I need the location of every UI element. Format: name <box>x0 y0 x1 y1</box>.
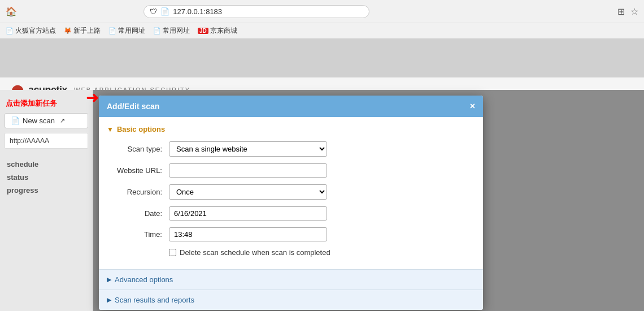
sidebar-status: status <box>7 171 86 184</box>
bookmark-common2[interactable]: 📄 常用网址 <box>153 26 190 36</box>
scan-type-label: Scan type: <box>107 145 169 153</box>
export-icon: ↗ <box>60 117 65 124</box>
bookmark-icon-2: 🦊 <box>64 27 72 34</box>
shield-icon: 🛡 <box>150 7 157 16</box>
time-row: Time: <box>107 227 475 241</box>
basic-options-header[interactable]: ▼ Basic options <box>107 125 475 133</box>
new-scan-icon: 📄 <box>11 116 20 125</box>
website-url-input[interactable] <box>169 163 327 178</box>
delete-schedule-label: Delete scan schedule when scan is comple… <box>180 248 330 257</box>
bookmark-icon-3: 📄 <box>108 27 116 34</box>
address-bar[interactable]: 🛡 📄 127.0.0.1:8183 <box>143 5 369 18</box>
bookmark-icon[interactable]: ☆ <box>630 6 638 17</box>
page-icon: 📄 <box>160 7 169 16</box>
bookmark-label-4: 常用网址 <box>163 26 190 36</box>
bookmark-label-5: 京东商城 <box>210 26 237 36</box>
modal-overlay: Add/Edit scan × ▼ Basic options <box>93 90 644 311</box>
sidebar-progress: progress <box>7 184 86 197</box>
new-scan-button[interactable]: 📄 New scan ↗ <box>5 113 88 128</box>
date-control <box>169 206 475 221</box>
annotation-text: 点击添加新任务 <box>0 96 93 113</box>
bookmark-jd[interactable]: JD 京东商城 <box>198 26 237 36</box>
bookmark-icon-5: JD <box>198 28 208 34</box>
sidebar: 点击添加新任务 📄 New scan ↗ http://AAAAA schedu… <box>0 90 93 311</box>
date-label: Date: <box>107 209 169 218</box>
modal-body: ▼ Basic options Scan type: Scan a single… <box>99 117 483 269</box>
advanced-options-label: Advanced options <box>115 275 173 284</box>
date-row: Date: <box>107 206 475 221</box>
time-input[interactable] <box>169 227 327 241</box>
modal-title: Add/Edit scan <box>107 102 159 111</box>
modal-close-button[interactable]: × <box>470 101 475 111</box>
scan-type-select[interactable]: Scan a single website Scan a network Web… <box>169 141 327 157</box>
date-input[interactable] <box>169 206 327 221</box>
time-control <box>169 227 475 241</box>
bookmark-firefox[interactable]: 📄 火狐官方站点 <box>6 26 56 36</box>
bookmark-label-2: 新手上路 <box>73 26 101 36</box>
home-icon[interactable]: 🏠 <box>6 6 17 17</box>
bookmark-common1[interactable]: 📄 常用网址 <box>108 26 145 36</box>
scan-type-control: Scan a single website Scan a network Web… <box>169 141 475 157</box>
website-url-control <box>169 163 475 178</box>
scan-results-section[interactable]: ▶ Scan results and reports <box>99 290 483 310</box>
recursion-row: Recursion: Once Directory only Subdirect… <box>107 184 475 200</box>
bookmark-icon-1: 📄 <box>6 27 14 34</box>
website-url-row: Website URL: <box>107 163 475 178</box>
address-text: 127.0.0.1:8183 <box>173 7 222 16</box>
basic-options-label: Basic options <box>117 125 165 133</box>
bookmark-icon-4: 📄 <box>153 27 161 34</box>
bookmark-newuser[interactable]: 🦊 新手上路 <box>64 26 101 36</box>
arrow-indicator: ➜ <box>86 88 99 107</box>
recursion-control: Once Directory only Subdirectory and Dir… <box>169 184 475 200</box>
extensions-icon[interactable]: ⊞ <box>617 6 625 17</box>
delete-schedule-checkbox[interactable] <box>169 249 176 256</box>
browser-topbar: 🏠 🛡 📄 127.0.0.1:8183 ⊞ ☆ <box>0 0 644 23</box>
scan-results-label: Scan results and reports <box>115 296 194 304</box>
new-scan-label: New scan <box>23 116 55 125</box>
bookmark-label-1: 火狐官方站点 <box>15 26 56 36</box>
main-content: Add/Edit scan × ▼ Basic options <box>93 90 644 311</box>
recursion-label: Recursion: <box>107 188 169 196</box>
recursion-select[interactable]: Once Directory only Subdirectory and Dir… <box>169 184 327 200</box>
bookmarks-bar: 📄 火狐官方站点 🦊 新手上路 📄 常用网址 📄 常用网址 JD 京东商城 <box>0 23 644 38</box>
scan-list-item[interactable]: http://AAAAA <box>5 133 88 149</box>
delete-schedule-row: Delete scan schedule when scan is comple… <box>169 248 475 257</box>
scan-item-url: http://AAAAA <box>10 137 49 145</box>
advanced-options-section[interactable]: ▶ Advanced options <box>99 269 483 290</box>
scan-type-row: Scan type: Scan a single website Scan a … <box>107 141 475 157</box>
website-url-label: Website URL: <box>107 166 169 175</box>
advanced-options-arrow: ▶ <box>107 276 111 283</box>
section-arrow-icon: ▼ <box>107 126 114 133</box>
bookmark-label-3: 常用网址 <box>118 26 145 36</box>
scan-results-arrow: ▶ <box>107 296 111 304</box>
sidebar-schedule: schedule <box>7 158 86 171</box>
time-label: Time: <box>107 230 169 239</box>
sidebar-info: schedule status progress <box>0 151 93 200</box>
add-edit-scan-modal: Add/Edit scan × ▼ Basic options <box>99 96 483 310</box>
modal-header: Add/Edit scan × <box>99 96 483 117</box>
